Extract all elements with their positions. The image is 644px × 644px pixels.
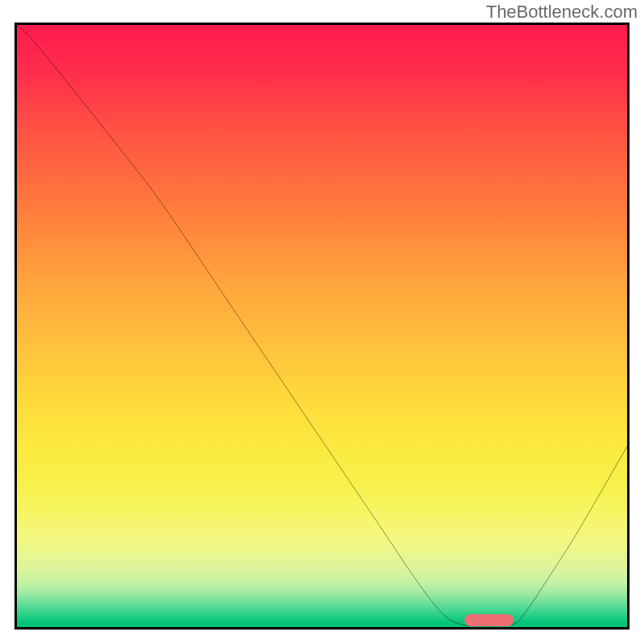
- optimal-marker: [464, 614, 514, 626]
- bottleneck-curve: [17, 25, 627, 627]
- attribution-text: TheBottleneck.com: [486, 2, 638, 23]
- plot-area: [14, 23, 630, 630]
- chart-frame: TheBottleneck.com: [0, 0, 644, 644]
